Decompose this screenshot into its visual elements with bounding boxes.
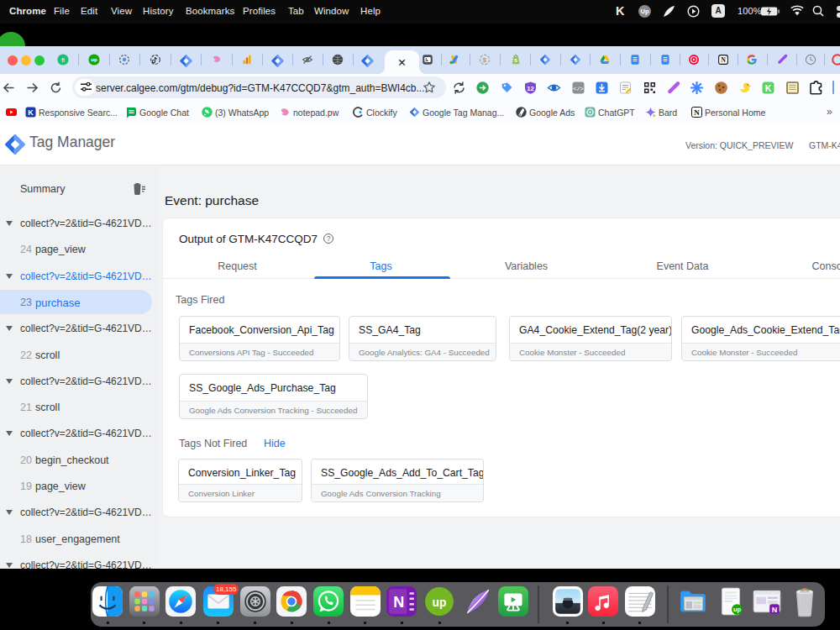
svg-text:K: K — [28, 108, 34, 117]
svg-text:N: N — [393, 594, 404, 611]
svg-text:up: up — [733, 606, 742, 613]
svg-text:12: 12 — [527, 85, 533, 92]
svg-text:</>: </> — [573, 86, 584, 92]
svg-text:up: up — [433, 596, 447, 609]
svg-text:S: S — [514, 57, 517, 63]
svg-text:$: $ — [483, 56, 487, 64]
svg-text:N: N — [721, 56, 726, 64]
svg-text:fi: fi — [61, 56, 65, 64]
svg-text:K: K — [765, 83, 772, 93]
svg-text:up: up — [91, 56, 97, 62]
svg-text:N: N — [694, 108, 700, 117]
svg-text:N: N — [772, 606, 778, 614]
